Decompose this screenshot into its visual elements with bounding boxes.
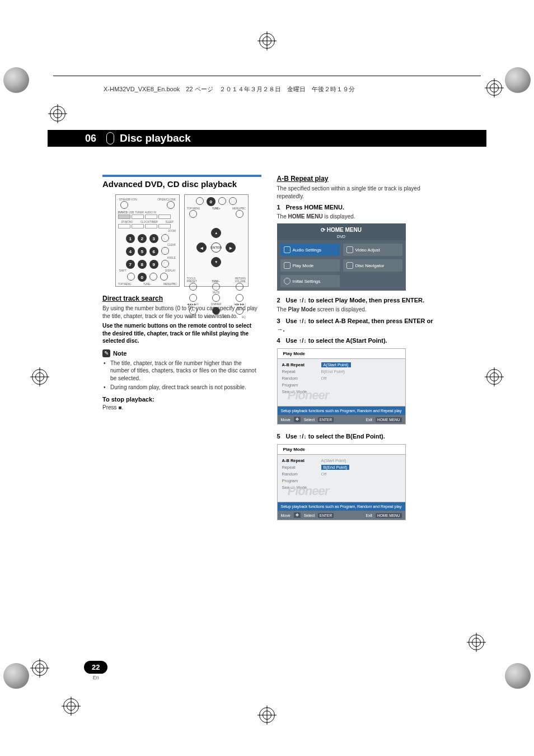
osd-playmode-2: Play Mode A-B Repeat Repeat Random Progr…	[277, 444, 406, 520]
label: ST/MONO	[121, 221, 133, 223]
registration-mark	[62, 697, 81, 716]
registration-mark	[485, 367, 504, 386]
pm-left-item: Repeat	[282, 369, 319, 374]
osd-title: ⟳ HOME MENU	[321, 227, 362, 233]
paragraph: The HOME MENU is displayed.	[277, 213, 436, 221]
label: DVD/CD	[118, 211, 128, 214]
label: TOP MENU	[118, 283, 132, 286]
print-mark	[3, 663, 29, 689]
label: SHIFT	[187, 316, 194, 319]
pm-left-item: Random	[282, 472, 319, 477]
osd-item-initial: Initial Settings	[280, 275, 340, 287]
label: SOUND	[204, 316, 213, 319]
right-column: A-B Repeat play The specified section wi…	[277, 175, 436, 528]
pm-message: Setup playback functions such as Program…	[277, 502, 406, 511]
pm-left-item: A-B Repeat	[282, 362, 319, 367]
remote-illustrations: STANDBY/ON OPEN/CLOSE DVD/CD USB TUNER A…	[102, 194, 261, 287]
mini-heading-stop: To stop playback:	[102, 396, 261, 403]
step-4: 4Use ↑/↓ to select the A(Start Point).	[277, 337, 436, 345]
label: DIMMER	[211, 303, 221, 306]
paragraph: The Play Mode screen is displayed.	[277, 306, 436, 314]
osd-item-playmode: Play Mode	[280, 259, 340, 272]
step-1: 1Press HOME MENU.	[277, 203, 436, 212]
note-icon: ✎	[102, 349, 110, 357]
section-heading-advanced: Advanced DVD, CD disc playback	[102, 179, 261, 189]
registration-mark	[257, 706, 277, 725]
registration-mark	[257, 31, 277, 50]
label: EQ	[242, 316, 246, 319]
left-column: Advanced DVD, CD disc playback STANDBY/O…	[102, 175, 261, 528]
osd-item-discnav: Disc Navigator	[343, 259, 402, 272]
pm-right-item: A(Start Point)	[321, 458, 350, 463]
chapter-divider-pill	[106, 132, 114, 144]
pm-left-item: Program	[282, 382, 319, 388]
watermark: Pioneer	[288, 388, 329, 403]
paragraph: Press ■.	[102, 404, 261, 412]
label: SLEEP	[165, 221, 174, 223]
pm-right-item: B(End Point)	[321, 465, 350, 470]
label: DISPLAY	[165, 269, 176, 272]
page-number: 22 En	[84, 661, 107, 680]
label: MENU/PBC	[163, 283, 177, 286]
remote-left: STANDBY/ON OPEN/CLOSE DVD/CD USB TUNER A…	[115, 194, 180, 287]
chapter-title: Disc playback	[120, 130, 191, 147]
print-mark	[505, 67, 531, 93]
registration-mark	[30, 367, 49, 386]
print-mark	[505, 663, 531, 689]
note-item: The title, chapter, track or file number…	[110, 360, 261, 382]
label: SHIFT	[119, 269, 127, 272]
label: TUNER	[135, 211, 144, 214]
registration-mark	[485, 78, 504, 97]
registration-mark	[30, 659, 49, 678]
registration-mark	[48, 104, 67, 123]
label: AUDIO IN	[145, 211, 156, 214]
step-2: 2Use ↑/↓ to select Play Mode, then press…	[277, 296, 436, 305]
registration-mark	[467, 633, 486, 652]
osd-item-video: Video Adjust	[343, 244, 402, 256]
watermark: Pioneer	[288, 484, 329, 498]
osd-item-audio: Audio Settings	[280, 244, 340, 256]
pm-left-item: Random	[282, 376, 319, 381]
pm-left-item: A-B Repeat	[282, 458, 319, 463]
paragraph: The specified section within a single ti…	[277, 185, 436, 200]
pm-right-item: A(Start Point)	[321, 362, 351, 367]
note-label: Note	[113, 350, 127, 357]
label: CLEAR	[167, 244, 176, 246]
chapter-number: 06	[85, 130, 96, 147]
osd-subtitle: DVD	[337, 235, 345, 239]
note-item: During random play, direct track search …	[110, 384, 261, 391]
step-3: 3Use ↑/↓ to select A-B Repeat, then pres…	[277, 317, 436, 334]
label: OPEN/CLOSE	[157, 198, 176, 201]
label: ZOOM	[168, 230, 176, 232]
print-mark	[3, 67, 29, 93]
pm-right-item: Off	[321, 472, 350, 477]
remote-right: 0 TOP MENU TUNE+ MENU/PBC ▲ ◀ ENTER ▶ ▼ …	[184, 194, 249, 287]
label: TUNE+	[212, 207, 221, 210]
pm-message: Setup playback functions such as Program…	[277, 407, 406, 415]
pm-right-item: B(End Point)	[321, 369, 351, 374]
section-rule	[102, 175, 261, 177]
pm-left-item: Repeat	[282, 465, 319, 470]
page-number-value: 22	[84, 661, 107, 674]
osd-playmode-1: Play Mode A-B Repeat Repeat Random Progr…	[277, 348, 406, 424]
page-lang: En	[84, 675, 107, 680]
note-heading: ✎ Note	[102, 349, 261, 357]
book-header-text: X-HM32VD_VXE8_En.book 22 ページ ２０１４年３月２８日 …	[104, 85, 355, 94]
pm-left-item: Program	[282, 478, 319, 483]
step-5: 5Use ↑/↓ to select the B(End Point).	[277, 432, 436, 441]
label: CLOCK/TIMER	[140, 221, 158, 223]
label: TUNE–	[143, 283, 152, 286]
paragraph-bold: Use the numeric buttons on the remote co…	[102, 322, 261, 345]
label: P.BASS	[223, 316, 232, 319]
pm-right-item: Off	[321, 376, 351, 381]
label: USB	[129, 211, 134, 214]
label: ANGLE	[167, 256, 175, 259]
label: STANDBY/ON	[119, 198, 137, 201]
header-rule	[53, 76, 481, 76]
subheading-ab-repeat: A-B Repeat play	[277, 175, 436, 183]
osd-home-menu: ⟳ HOME MENU DVD Audio Settings Video Adj…	[277, 223, 406, 291]
